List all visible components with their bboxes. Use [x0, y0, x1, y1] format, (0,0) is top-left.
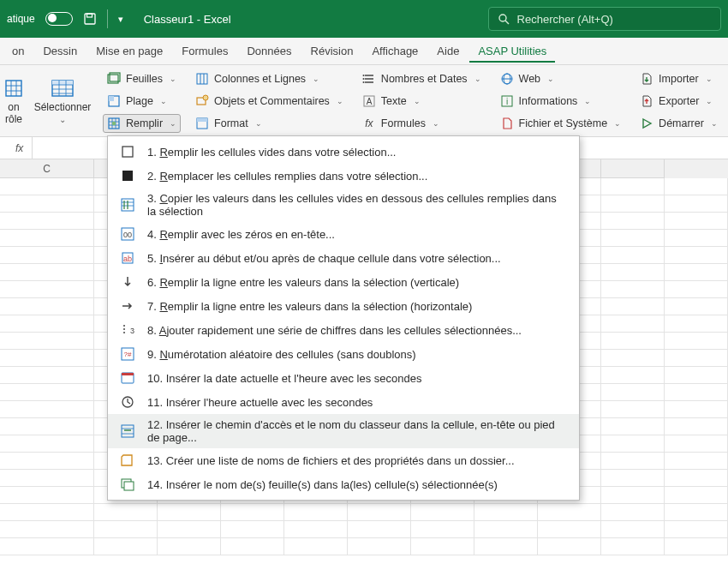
cell[interactable] — [0, 230, 94, 247]
cell[interactable] — [158, 504, 221, 521]
cell[interactable] — [411, 504, 474, 521]
qat-more-icon[interactable]: ▾ — [118, 14, 123, 25]
cell[interactable] — [0, 350, 94, 367]
ribbon-feuilles[interactable]: Feuilles⌄ — [103, 69, 181, 88]
cell[interactable] — [665, 367, 728, 384]
column-header[interactable]: C — [0, 159, 94, 178]
ribbon-texte[interactable]: ATexte⌄ — [358, 92, 486, 111]
cell[interactable] — [665, 435, 728, 453]
cell[interactable] — [0, 178, 94, 195]
cell[interactable] — [0, 521, 94, 538]
cell[interactable] — [665, 538, 728, 555]
cell[interactable] — [348, 504, 411, 521]
cell[interactable] — [601, 298, 665, 315]
ribbon-big-1[interactable]: onrôle — [0, 65, 27, 136]
menu-item-4[interactable]: 004. Remplir avec les zéros en en-tête..… — [108, 222, 579, 246]
ribbon-importer[interactable]: Importer⌄ — [636, 69, 722, 88]
cell[interactable] — [0, 487, 94, 504]
menu-item-12[interactable]: 12. Insérer le chemin d'accès et le nom … — [108, 414, 579, 448]
cell[interactable] — [601, 213, 665, 230]
cell[interactable] — [348, 521, 411, 538]
cell[interactable] — [665, 401, 728, 418]
ribbon-exporter[interactable]: Exporter⌄ — [636, 92, 722, 111]
cell[interactable] — [0, 453, 94, 470]
cell[interactable] — [538, 521, 601, 538]
search-box[interactable] — [488, 7, 721, 31]
cell[interactable] — [474, 521, 538, 538]
cell[interactable] — [601, 487, 665, 504]
cell[interactable] — [665, 504, 728, 521]
cell[interactable] — [0, 384, 94, 401]
cell[interactable] — [538, 538, 601, 555]
cell[interactable] — [601, 264, 665, 281]
cell[interactable] — [94, 521, 158, 538]
cell[interactable] — [601, 333, 665, 350]
cell[interactable] — [0, 435, 94, 453]
cell[interactable] — [0, 470, 94, 487]
ribbon-demarrer[interactable]: Démarrer⌄ — [636, 114, 722, 133]
cell[interactable] — [284, 521, 348, 538]
tab-7[interactable]: Aide — [428, 39, 468, 63]
fx-label[interactable]: fx — [7, 137, 33, 159]
cell[interactable] — [665, 213, 728, 230]
cell[interactable] — [284, 538, 348, 555]
cell[interactable] — [0, 333, 94, 350]
tab-3[interactable]: Formules — [173, 39, 236, 63]
cell[interactable] — [601, 247, 665, 264]
menu-item-1[interactable]: 1. Remplir les cellules vides dans votre… — [108, 140, 579, 164]
cell[interactable] — [0, 264, 94, 281]
cell[interactable] — [0, 213, 94, 230]
search-input[interactable] — [517, 13, 712, 26]
cell[interactable] — [665, 247, 728, 264]
cell[interactable] — [665, 264, 728, 281]
cell[interactable] — [601, 453, 665, 470]
cell[interactable] — [284, 504, 348, 521]
cell[interactable] — [665, 521, 728, 538]
cell[interactable] — [665, 178, 728, 195]
cell[interactable] — [0, 298, 94, 315]
cell[interactable] — [665, 453, 728, 470]
cell[interactable] — [474, 504, 538, 521]
cell[interactable] — [158, 521, 221, 538]
cell[interactable] — [158, 538, 221, 555]
cell[interactable] — [221, 538, 284, 555]
tab-2[interactable]: Mise en page — [87, 39, 171, 63]
column-header[interactable] — [601, 159, 665, 178]
ribbon-remplir[interactable]: Remplir⌄ — [103, 114, 181, 133]
ribbon-formules[interactable]: fxFormules⌄ — [358, 114, 486, 133]
cell[interactable] — [601, 384, 665, 401]
menu-item-9[interactable]: ?#9. Numérotation aléatoire des cellules… — [108, 342, 579, 366]
ribbon-web[interactable]: Web⌄ — [496, 69, 626, 88]
cell[interactable] — [601, 178, 665, 195]
cell[interactable] — [0, 538, 94, 555]
menu-item-8[interactable]: 38. Ajouter rapidement une série de chif… — [108, 318, 579, 342]
cell[interactable] — [221, 504, 284, 521]
cell[interactable] — [665, 333, 728, 350]
cell[interactable] — [538, 504, 601, 521]
ribbon-info[interactable]: iInformations⌄ — [496, 92, 626, 111]
ribbon-format[interactable]: Format⌄ — [191, 114, 348, 133]
cell[interactable] — [601, 470, 665, 487]
cell[interactable] — [601, 367, 665, 384]
cell[interactable] — [474, 538, 538, 555]
cell[interactable] — [665, 230, 728, 247]
cell[interactable] — [0, 367, 94, 384]
menu-item-11[interactable]: 11. Insérer l'heure actuelle avec les se… — [108, 390, 579, 414]
cell[interactable] — [411, 521, 474, 538]
menu-item-13[interactable]: 13. Créer une liste de noms de fichiers … — [108, 448, 579, 472]
cell[interactable] — [601, 230, 665, 247]
cell[interactable] — [94, 504, 158, 521]
ribbon-colonnes[interactable]: Colonnes et Lignes⌄ — [191, 69, 348, 88]
menu-item-6[interactable]: 6. Remplir la ligne entre les valeurs da… — [108, 270, 579, 294]
ribbon-big-select[interactable]: Sélectionner⌄ — [27, 65, 98, 136]
ribbon-objets[interactable]: Objets et Commentaires⌄ — [191, 92, 348, 111]
cell[interactable] — [601, 418, 665, 435]
cell[interactable] — [601, 315, 665, 333]
cell[interactable] — [0, 418, 94, 435]
tab-8[interactable]: ASAP Utilities — [469, 39, 555, 63]
cell[interactable] — [601, 401, 665, 418]
menu-item-14[interactable]: 14. Insérer le nom de(s) feuille(s) dans… — [108, 472, 579, 496]
tab-6[interactable]: Affichage — [363, 39, 427, 63]
cell[interactable] — [348, 538, 411, 555]
cell[interactable] — [601, 195, 665, 213]
